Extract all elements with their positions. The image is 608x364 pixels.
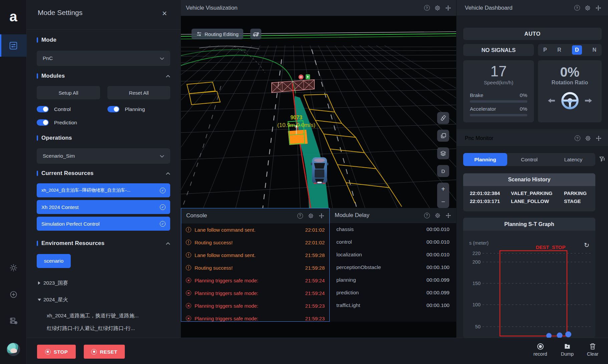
toggle-prediction[interactable]: Prediction xyxy=(37,119,77,126)
close-icon[interactable]: ✕ xyxy=(160,9,169,18)
gear-icon[interactable] xyxy=(585,135,591,141)
refresh-icon[interactable]: ↻ xyxy=(584,242,589,249)
dump-button[interactable]: Dump xyxy=(555,342,580,357)
chevron-up-icon[interactable] xyxy=(166,240,170,246)
sidebar-item-mode-settings[interactable] xyxy=(0,34,27,57)
viewport-3d[interactable]: 9073 (10.9m,0.0m/s) xyxy=(181,16,456,224)
move-icon[interactable] xyxy=(445,212,451,218)
module-delay-list[interactable]: chassis00:00.010 control00:00.010 locali… xyxy=(330,223,456,312)
theme-icon[interactable] xyxy=(0,264,27,272)
help-icon[interactable]: ? xyxy=(574,135,580,141)
help-icon[interactable]: ? xyxy=(424,5,430,11)
section-current-resources[interactable]: Current Resources xyxy=(37,170,170,177)
tab-planning[interactable]: Planning xyxy=(463,153,507,166)
follow-car-button[interactable] xyxy=(250,29,261,39)
console-log-list[interactable]: !Lane follow command sent.22:01:02 !Rout… xyxy=(181,223,329,321)
toggle-planning[interactable]: Planning xyxy=(107,106,145,112)
drive-mode-indicator: AUTO xyxy=(463,28,602,40)
tree-item-2023[interactable]: 2023_国赛 xyxy=(37,279,170,287)
caret-right-icon[interactable] xyxy=(38,281,40,285)
rotation-value: 0% xyxy=(538,65,602,79)
gear-icon[interactable] xyxy=(585,5,591,11)
caret-down-icon[interactable] xyxy=(38,299,41,301)
obstacle-info-label: (10.9m,0.0m/s) xyxy=(277,122,315,128)
operations-select[interactable]: Scenario_Sim xyxy=(37,148,170,164)
panel-title: Vehicle Dashboard xyxy=(465,5,513,11)
error-icon: ✕ xyxy=(186,316,191,321)
trash-icon xyxy=(580,342,605,350)
tree-item-2024[interactable]: 2024_星火 xyxy=(37,296,170,304)
setup-all-button[interactable]: Setup All xyxy=(37,86,100,99)
clear-button[interactable]: Clear xyxy=(580,342,605,357)
toggle-control[interactable]: Control xyxy=(37,106,107,112)
stop-button[interactable]: STOP xyxy=(37,345,76,359)
resource-manager-icon[interactable] xyxy=(0,317,27,325)
section-environment-resources[interactable]: Enviroment Resources xyxy=(37,240,170,247)
error-icon: ✕ xyxy=(186,290,191,296)
tree-leaf-scenario[interactable]: xh_2024_道路施工，换道行驶_道路施... xyxy=(37,312,170,320)
toggle-track[interactable] xyxy=(37,119,49,126)
toggle-track[interactable] xyxy=(107,106,119,112)
move-icon[interactable] xyxy=(445,5,451,11)
help-icon[interactable]: ? xyxy=(424,212,430,218)
tree-leaf-scenario[interactable]: 红绿灯路口-行人避让_红绿灯路口-行... xyxy=(37,324,170,332)
gear-icon[interactable] xyxy=(434,212,440,218)
record-button[interactable]: record xyxy=(528,342,553,357)
help-icon[interactable]: ? xyxy=(297,213,303,219)
scenario-history-row: 22:01:02:384 VALET_PARKING PARKING xyxy=(463,190,595,196)
layers-icon xyxy=(440,150,446,156)
vehicle-dashboard-header: Vehicle Dashboard ? xyxy=(457,0,608,16)
help-icon[interactable]: ? xyxy=(574,5,580,11)
st-graph-plot[interactable]: s (meter) ↻ 220 200 150 100 50 xyxy=(463,231,595,338)
scenario-type-button[interactable]: scenario xyxy=(37,254,71,268)
tab-control[interactable]: Control xyxy=(507,153,551,166)
scenario-history-card: Scenario History 22:01:02:384 VALET_PARK… xyxy=(463,173,595,211)
routing-editing-button[interactable]: Routing Editing xyxy=(192,29,243,39)
dreamview-d-button[interactable]: D xyxy=(437,165,449,177)
view-switch-button[interactable] xyxy=(437,130,449,142)
zoom-out-button[interactable]: − xyxy=(437,195,449,208)
gear-icon[interactable] xyxy=(308,213,314,219)
filter-icon[interactable] xyxy=(599,156,605,163)
add-icon[interactable] xyxy=(0,291,27,298)
layers-button[interactable] xyxy=(437,147,449,159)
reset-button[interactable]: RESET xyxy=(84,345,125,359)
panel-title: Module Delay xyxy=(335,212,369,219)
warning-icon: ! xyxy=(186,265,191,270)
module-delay-row: prediction00:00.099 xyxy=(330,286,456,299)
module-delay-row: planning00:00.099 xyxy=(330,274,456,286)
chevron-down-icon xyxy=(160,153,164,159)
user-avatar[interactable] xyxy=(7,343,20,356)
mode-settings-title: Mode Settings xyxy=(38,9,82,17)
toggle-track[interactable] xyxy=(37,106,49,112)
mode-select[interactable]: PnC xyxy=(37,51,170,66)
routing-editing-icon xyxy=(196,32,202,36)
resource-item[interactable]: Simulation Perfect Control ✓ xyxy=(37,217,170,231)
section-modules[interactable]: Modules xyxy=(37,73,170,79)
move-icon[interactable] xyxy=(318,213,324,219)
move-icon[interactable] xyxy=(595,5,601,11)
gear-icon[interactable] xyxy=(434,5,440,11)
st-data-points xyxy=(546,331,571,338)
zoom-in-button[interactable]: + xyxy=(437,183,449,195)
ruler-button[interactable] xyxy=(437,112,449,124)
stop-circle-icon xyxy=(45,349,51,355)
vehicle-visualization-header: Vehicle Visualization ? xyxy=(181,0,456,16)
reset-all-button[interactable]: Reset All xyxy=(107,86,170,99)
move-icon[interactable] xyxy=(596,135,602,141)
planning-st-graph-card: Planning S-T Graph s (meter) ↻ 220 200 xyxy=(463,218,595,338)
arrow-left-icon xyxy=(548,98,555,103)
ego-vehicle xyxy=(311,157,328,184)
resource-item[interactable]: xh_2024_自主泊车--障碍物堵塞_自主泊车-... ✓ xyxy=(37,183,170,197)
resource-item[interactable]: Xh 2024 Contest ✓ xyxy=(37,200,170,214)
app-root: a xyxy=(0,0,608,364)
vehicle-visualization-scene[interactable]: 9073 (10.9m,0.0m/s) xyxy=(181,16,456,224)
chevron-down-icon xyxy=(160,55,164,61)
chevron-up-icon[interactable] xyxy=(166,170,170,176)
tab-latency[interactable]: Latency xyxy=(551,153,595,166)
obstacle-id-label: 9073 xyxy=(290,115,302,120)
chevron-up-icon[interactable] xyxy=(166,73,170,79)
zoom-control: + − xyxy=(437,183,449,208)
dest-stop-region xyxy=(500,251,567,336)
console-row: ✕Planning triggers safe mode:21:59:23 xyxy=(181,299,329,312)
